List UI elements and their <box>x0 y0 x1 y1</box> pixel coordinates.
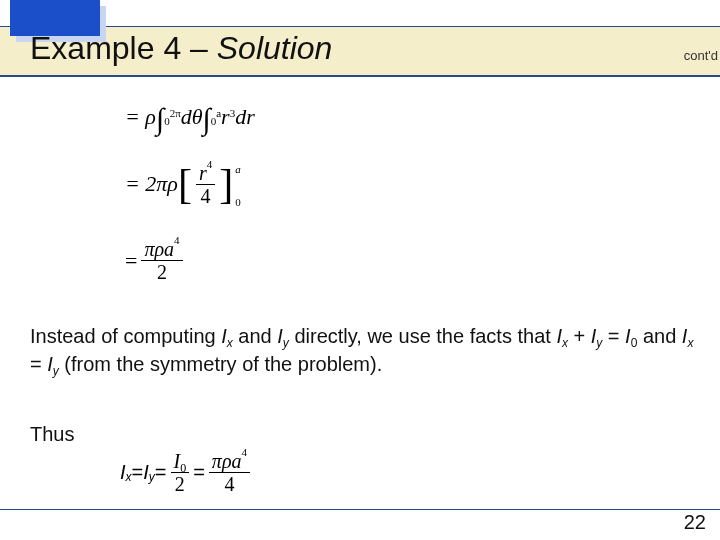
sub-x: x <box>227 336 233 350</box>
frac-num-exp: 4 <box>174 234 180 246</box>
fraction: r4 4 <box>196 162 215 207</box>
integral-icon: ∫ <box>156 102 164 136</box>
I0: I <box>625 325 631 347</box>
frac2-num-exp: 4 <box>241 446 247 458</box>
text-d: + <box>568 325 591 347</box>
right-bracket-icon: ] <box>219 168 233 202</box>
sub-x3: x <box>687 336 693 350</box>
continued-label: cont'd <box>684 48 718 63</box>
frac-num: r <box>199 162 207 184</box>
eq1-prefix: = ρ <box>125 104 156 129</box>
frac-den: 4 <box>198 185 214 207</box>
equation-line-1: = ρ ∫02π dθ ∫0a r3 dr <box>125 100 255 134</box>
sub-y-final: y <box>149 470 155 484</box>
eq-b: = <box>155 461 167 484</box>
fraction: I0 2 <box>171 450 190 495</box>
text-h: (from the symmetry of the problem). <box>59 353 382 375</box>
eval-limits: a 0 <box>235 162 241 211</box>
r-var: r <box>221 104 230 130</box>
thus-label: Thus <box>30 420 700 448</box>
page-number: 22 <box>684 511 706 534</box>
title-dash: – <box>181 30 217 66</box>
frac-num: πρa <box>144 238 174 260</box>
Iy: I <box>277 325 283 347</box>
solution-label: Solution <box>217 30 333 66</box>
frac2-den: 4 <box>221 473 237 495</box>
text-c: directly, we use the facts that <box>289 325 557 347</box>
footer-rule <box>0 509 720 510</box>
example-number: Example 4 <box>30 30 181 66</box>
eq-c: = <box>193 461 205 484</box>
sub-x-final: x <box>126 470 132 484</box>
text-f: and <box>637 325 681 347</box>
int2-hi: a <box>216 107 221 119</box>
sub-y2: y <box>596 336 602 350</box>
sub-0: 0 <box>631 336 638 350</box>
text-g: = <box>30 353 47 375</box>
body-paragraph: Instead of computing Ix and Iy directly,… <box>30 322 700 378</box>
eq3-eq: = <box>125 248 137 274</box>
dtheta: dθ <box>181 104 203 130</box>
Iy3: I <box>47 353 53 375</box>
fraction: πρa4 4 <box>209 450 250 495</box>
sub-y3: y <box>53 364 59 378</box>
fraction: πρa4 2 <box>141 238 182 283</box>
equation-line-3: = πρa4 2 <box>125 238 187 283</box>
Ix: I <box>221 325 227 347</box>
eq2-prefix: = 2πρ <box>125 171 178 197</box>
sub-y: y <box>283 336 289 350</box>
r-exp: 3 <box>230 107 236 119</box>
frac2-num: πρa <box>212 450 242 472</box>
frac1-num-sub: 0 <box>180 461 186 475</box>
frac-den: 2 <box>154 261 170 283</box>
text-a: Instead of computing <box>30 325 221 347</box>
eq-a: = <box>132 461 144 484</box>
sub-x2: x <box>562 336 568 350</box>
integral-icon: ∫ <box>203 102 211 136</box>
final-equation: Ix = Iy = I0 2 = πρa4 4 <box>120 450 254 495</box>
dr: dr <box>235 104 255 130</box>
text-e: = <box>602 325 625 347</box>
lim-lo: 0 <box>235 195 241 210</box>
slide-title: Example 4 – Solution <box>30 30 332 67</box>
equation-line-2: = 2πρ [ r4 4 ] a 0 <box>125 160 241 209</box>
frac1-den: 2 <box>172 473 188 495</box>
left-bracket-icon: [ <box>178 168 192 202</box>
frac-num-exp: 4 <box>207 158 213 170</box>
int1-hi: 2π <box>170 107 181 119</box>
lim-hi: a <box>235 162 241 177</box>
text-b: and <box>233 325 277 347</box>
